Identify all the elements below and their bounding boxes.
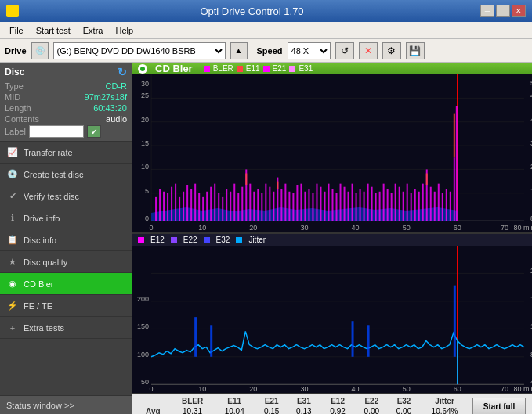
cd-bler-icon: ◉ [6, 278, 19, 290]
svg-text:40: 40 [352, 224, 360, 232]
e22-legend-dot [171, 237, 177, 243]
avg-label: Avg [135, 406, 172, 414]
col-e32: E32 [388, 396, 420, 406]
disc-type-val: CD-R [106, 81, 128, 91]
disc-contents-key: Contents [5, 114, 39, 124]
speed-select[interactable]: 48 X [288, 42, 331, 59]
drive-select[interactable]: (G:) BENQ DVD DD DW1640 BSRB [53, 42, 226, 59]
svg-rect-93 [395, 184, 396, 221]
col-e31: E31 [288, 396, 320, 406]
svg-rect-52 [233, 184, 235, 221]
e12-legend-label: E12 [150, 236, 165, 244]
avg-e32: 0.00 [388, 406, 420, 414]
svg-rect-94 [399, 187, 400, 221]
col-e21: E21 [255, 396, 288, 406]
drive-bar: Drive 💿 (G:) BENQ DVD DD DW1640 BSRB ▲ S… [0, 39, 532, 63]
disc-panel: Disc ↻ Type CD-R MID 97m27s18f Length 60… [0, 63, 132, 142]
fe-te-icon: ⚡ [6, 300, 19, 312]
create-test-disc-icon: 💿 [6, 168, 19, 181]
svg-rect-96 [407, 184, 408, 221]
svg-rect-40 [186, 185, 188, 221]
svg-rect-103 [434, 192, 436, 221]
svg-rect-64 [280, 189, 282, 221]
svg-text:50: 50 [403, 386, 411, 393]
svg-rect-45 [206, 192, 208, 221]
settings-button[interactable]: ⚙ [382, 42, 401, 59]
sidebar-item-create-test-disc[interactable]: 💿 Create test disc [0, 164, 132, 185]
svg-rect-99 [418, 192, 420, 221]
status-window-button[interactable]: Status window >> [0, 395, 132, 414]
drive-info-icon: ℹ [6, 212, 19, 225]
sidebar-item-label: Disc info [24, 236, 56, 245]
chart-legend-top: BLER E11 E21 E31 [204, 64, 313, 73]
stats-table: BLER E11 E21 E31 E12 E22 E32 Jitter Avg … [135, 396, 469, 414]
svg-rect-34 [163, 192, 165, 221]
sidebar-item-label: Disc quality [24, 257, 67, 267]
svg-text:15: 15 [141, 139, 149, 147]
stats-area: BLER E11 E21 E31 E12 E22 E32 Jitter Avg … [132, 394, 532, 414]
svg-rect-143 [454, 286, 456, 357]
svg-rect-86 [367, 184, 369, 221]
menu-start-test[interactable]: Start test [30, 24, 77, 37]
sidebar-item-label: Drive info [24, 214, 60, 223]
titlebar: Opti Drive Control 1.70 ─ □ ✕ [0, 0, 532, 22]
content-area: CD Bler BLER E11 E21 E31 [132, 63, 532, 414]
maximize-button[interactable]: □ [496, 5, 510, 17]
svg-rect-60 [265, 184, 266, 221]
svg-text:5: 5 [145, 187, 149, 195]
e22-legend-label: E22 [183, 236, 197, 244]
svg-rect-74 [320, 187, 321, 221]
disc-label-input[interactable] [29, 125, 84, 138]
svg-rect-36 [171, 187, 172, 221]
sidebar-item-label: FE / TE [24, 301, 52, 311]
svg-text:60: 60 [454, 386, 461, 393]
save-button[interactable]: 💾 [406, 42, 425, 59]
svg-rect-85 [364, 192, 365, 221]
close-button[interactable]: ✕ [512, 5, 526, 17]
sidebar-item-verify-test-disc[interactable]: ✔ Verify test disc [0, 185, 132, 207]
svg-rect-98 [414, 189, 416, 221]
start-full-button[interactable]: Start full [472, 398, 526, 414]
erase-button[interactable]: ✕ [359, 42, 378, 59]
refresh-button[interactable]: ↺ [335, 42, 354, 59]
sidebar-item-disc-quality[interactable]: ★ Disc quality [0, 251, 132, 273]
menu-help[interactable]: Help [109, 24, 139, 37]
minimize-button[interactable]: ─ [480, 5, 494, 17]
avg-bler: 10.31 [172, 406, 214, 414]
svg-text:0: 0 [145, 214, 149, 222]
svg-rect-46 [210, 187, 212, 221]
sidebar-item-disc-info[interactable]: 📋 Disc info [0, 229, 132, 251]
disc-label-apply-button[interactable]: ✔ [87, 125, 101, 138]
menu-file[interactable]: File [3, 24, 30, 37]
svg-text:80 min: 80 min [513, 386, 532, 393]
sidebar-item-fe-te[interactable]: ⚡ FE / TE [0, 295, 132, 317]
col-e22: E22 [356, 396, 388, 406]
svg-rect-42 [194, 184, 196, 221]
avg-jitter: 10.64% [420, 406, 469, 414]
svg-text:10: 10 [141, 163, 149, 171]
sidebar-item-cd-bler[interactable]: ◉ CD Bler [0, 273, 132, 295]
svg-rect-39 [183, 192, 184, 221]
svg-rect-89 [379, 192, 381, 221]
svg-rect-70 [304, 192, 306, 221]
menu-extra[interactable]: Extra [77, 24, 110, 37]
svg-rect-111 [277, 182, 278, 189]
svg-rect-142 [367, 326, 370, 358]
sidebar-item-label: Extra tests [24, 323, 64, 333]
sidebar-item-label: Transfer rate [24, 148, 73, 157]
svg-rect-73 [316, 184, 317, 221]
col-jitter: Jitter [420, 396, 469, 406]
disc-refresh-icon[interactable]: ↻ [118, 66, 127, 78]
window-title: Opti Drive Control 1.70 [24, 5, 480, 17]
svg-rect-77 [332, 189, 334, 221]
bottom-chart-svg: 50 100 150 200 4% 8% 12% 16% 20% 0 10 20… [132, 246, 532, 392]
eject-button[interactable]: ▲ [230, 42, 248, 59]
main-area: Disc ↻ Type CD-R MID 97m27s18f Length 60… [0, 63, 532, 414]
sidebar-item-drive-info[interactable]: ℹ Drive info [0, 207, 132, 229]
svg-rect-82 [352, 184, 353, 221]
bler-legend-label: BLER [213, 64, 233, 73]
extra-tests-icon: + [6, 322, 19, 334]
sidebar-item-extra-tests[interactable]: + Extra tests [0, 317, 132, 339]
sidebar-item-transfer-rate[interactable]: 📈 Transfer rate [0, 142, 132, 164]
sidebar: Disc ↻ Type CD-R MID 97m27s18f Length 60… [0, 63, 132, 414]
